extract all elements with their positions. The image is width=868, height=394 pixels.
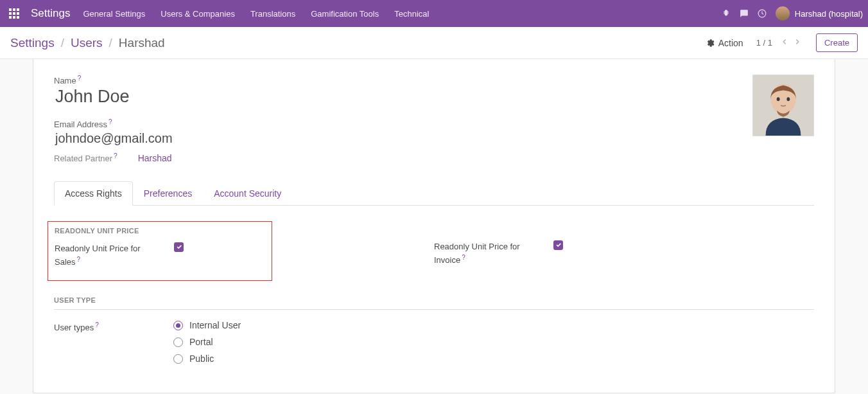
check-icon (176, 244, 182, 250)
nav-menu: General Settings Users & Companies Trans… (83, 9, 429, 19)
breadcrumb-separator: / (109, 36, 112, 50)
svg-rect-7 (13, 16, 15, 19)
radio-label: Internal User (189, 320, 241, 330)
help-icon[interactable]: ? (78, 75, 82, 82)
tab-account-security[interactable]: Account Security (203, 181, 292, 206)
help-icon[interactable]: ? (114, 152, 117, 159)
top-nav: Settings General Settings Users & Compan… (0, 0, 868, 27)
avatar[interactable] (752, 75, 814, 136)
radio-internal-user[interactable]: Internal User (173, 320, 241, 330)
action-button[interactable]: Action (706, 38, 743, 48)
user-label: Harshad (hospital) (795, 9, 863, 19)
check-icon (555, 242, 562, 248)
messaging-icon[interactable] (740, 9, 749, 18)
related-partner-link[interactable]: Harshad (138, 153, 172, 163)
help-icon[interactable]: ? (108, 118, 112, 125)
svg-point-12 (777, 97, 780, 101)
form-sheet: Name? John Doe Email Address? johndoe@gm… (33, 59, 835, 393)
email-label: Email Address? (54, 118, 752, 129)
svg-rect-0 (9, 8, 12, 11)
help-icon[interactable]: ? (77, 256, 81, 263)
radio-public[interactable]: Public (173, 354, 241, 364)
pager-prev[interactable] (779, 37, 790, 48)
tab-preferences[interactable]: Preferences (133, 181, 203, 206)
nav-item-general[interactable]: General Settings (83, 9, 145, 19)
debug-icon[interactable] (722, 9, 731, 18)
apps-icon[interactable] (5, 4, 23, 22)
action-label: Action (718, 38, 743, 48)
chevron-left-icon (780, 37, 789, 46)
section-usertype-title: USER TYPE (54, 296, 814, 310)
tabs: Access Rights Preferences Account Securi… (54, 181, 814, 206)
control-bar: Settings / Users / Harshad Action 1 / 1 … (0, 27, 868, 59)
nav-item-translations[interactable]: Translations (250, 9, 295, 19)
related-partner-label: Related Partner? (54, 152, 117, 163)
pager-text: 1 / 1 (756, 38, 772, 48)
breadcrumb-current: Harshad (119, 36, 165, 50)
section-user-type: USER TYPE User types? Internal User Port… (54, 296, 814, 364)
user-menu[interactable]: Harshad (hospital) (776, 6, 863, 21)
help-icon[interactable]: ? (95, 321, 99, 328)
nav-item-gamification[interactable]: Gamification Tools (311, 9, 379, 19)
breadcrumb-settings[interactable]: Settings (10, 36, 55, 50)
svg-rect-4 (13, 12, 15, 15)
create-button[interactable]: Create (816, 33, 858, 52)
nav-item-technical[interactable]: Technical (394, 9, 429, 19)
highlight-annotation: READONLY UNIT PRICE Readonly Unit Price … (48, 221, 272, 281)
breadcrumb: Settings / Users / Harshad (10, 36, 165, 50)
radio-label: Public (189, 354, 214, 364)
pager-next[interactable] (792, 37, 803, 48)
name-field[interactable]: John Doe (55, 87, 752, 107)
nav-item-users[interactable]: Users & Companies (161, 9, 235, 19)
user-photo (753, 75, 813, 136)
user-types-label: User types? (54, 320, 163, 334)
radio-icon (173, 337, 183, 347)
svg-rect-1 (13, 8, 15, 11)
section-readonly-title: READONLY UNIT PRICE (55, 227, 272, 235)
gear-icon (706, 39, 715, 48)
help-icon[interactable]: ? (462, 254, 465, 261)
svg-rect-8 (17, 16, 19, 19)
user-types-radio-group: Internal User Portal Public (173, 320, 241, 364)
tab-access-rights[interactable]: Access Rights (54, 181, 133, 206)
breadcrumb-users[interactable]: Users (71, 36, 103, 50)
svg-rect-3 (9, 12, 12, 15)
radio-icon (173, 321, 183, 330)
svg-rect-2 (17, 8, 19, 11)
breadcrumb-separator: / (61, 36, 64, 50)
app-title: Settings (31, 7, 70, 20)
name-label: Name? (54, 75, 752, 85)
chevron-right-icon (793, 37, 802, 46)
readonly-invoice-checkbox[interactable] (553, 240, 563, 250)
readonly-sales-checkbox[interactable] (174, 242, 184, 252)
radio-label: Portal (189, 337, 213, 347)
clock-icon[interactable] (758, 9, 767, 18)
svg-rect-5 (17, 12, 19, 15)
avatar-icon (776, 6, 790, 21)
pager: 1 / 1 (756, 37, 803, 48)
svg-point-13 (786, 97, 790, 101)
radio-icon (173, 354, 183, 364)
svg-rect-6 (9, 16, 12, 19)
email-field[interactable]: johndoe@gmail.com (55, 131, 752, 146)
readonly-sales-label: Readonly Unit Price for Sales? (55, 242, 164, 269)
readonly-invoice-label: Readonly Unit Price for Invoice? (434, 240, 543, 267)
radio-portal[interactable]: Portal (173, 337, 241, 347)
